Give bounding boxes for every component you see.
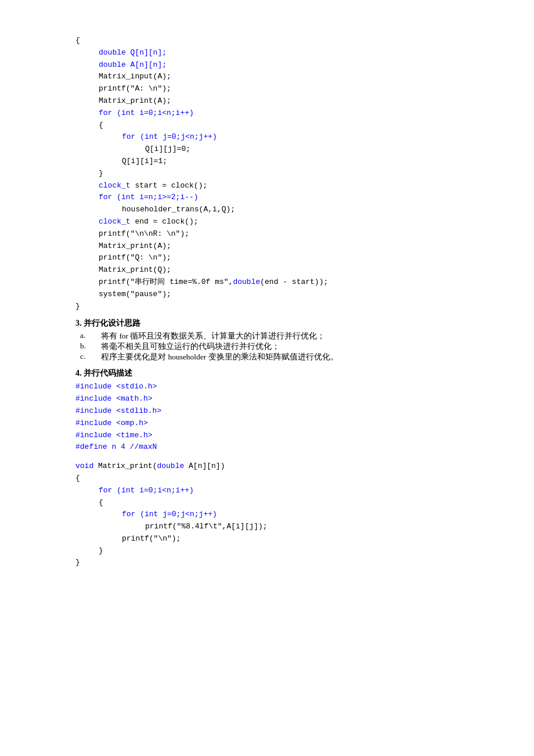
include-time: #include <time.h> bbox=[75, 430, 459, 442]
define-n: #define n 4 //maxN bbox=[75, 441, 459, 453]
section4: 4. 并行代码描述 #include <stdio.h> #include <m… bbox=[75, 368, 459, 453]
code-line-brace-close-main: } bbox=[75, 301, 459, 313]
spacer1 bbox=[75, 453, 459, 460]
code-line-double-q: double Q[n][n]; bbox=[75, 47, 459, 59]
code-brace-open: { bbox=[75, 473, 459, 485]
list-label-b: b. bbox=[80, 341, 94, 352]
code-line-matrix-print-a2: Matrix_print(A); bbox=[75, 240, 459, 253]
list-text-b: 将毫不相关且可独立运行的代码块进行并行优化； bbox=[101, 341, 280, 352]
code-line-qij0: Q[i][j]=0; bbox=[75, 143, 459, 156]
code-line-matrix-print-q: Matrix_print(Q); bbox=[75, 264, 459, 276]
section4-heading: 4. 并行代码描述 bbox=[75, 368, 459, 379]
code-line-matrix-input: Matrix_input(A); bbox=[75, 71, 459, 83]
list-text-c: 程序主要优化是对 householder 变换里的乘法和矩阵赋值进行优化。 bbox=[101, 352, 338, 362]
code-line-double-a: double A[n][n]; bbox=[75, 59, 459, 71]
include-math: #include <math.h> bbox=[75, 393, 459, 405]
code-line-for-j: for (int j=0;j<n;j++) bbox=[75, 131, 459, 143]
code-brace-close-b: } bbox=[75, 545, 459, 557]
code-line-system: system("pause"); bbox=[75, 289, 459, 301]
code-func-decl: void Matrix_print(double A[n][n]) bbox=[75, 460, 459, 473]
include-stdlib: #include <stdlib.h> bbox=[75, 405, 459, 417]
top-code-block: { double Q[n][n]; double A[n][n]; Matrix… bbox=[75, 35, 459, 312]
code-line-printf-time: printf("串行时间 time=%.0f ms",double(end - … bbox=[75, 276, 459, 289]
section3-heading: 3. 并行化设计思路 bbox=[75, 318, 459, 329]
code-line-printf-nr: printf("\n\nR: \n"); bbox=[75, 228, 459, 240]
include-lines: #include <stdio.h> #include <math.h> #in… bbox=[75, 381, 459, 453]
include-omp: #include <omp.h> bbox=[75, 417, 459, 430]
list-label-c: c. bbox=[80, 352, 94, 362]
code-line-printf-q: printf("Q: \n"); bbox=[75, 252, 459, 264]
code-for-j-bottom: for (int j=0;j<n;j++) bbox=[75, 509, 459, 521]
code-line-householder: householder_trans(A,i,Q); bbox=[75, 204, 459, 216]
section3-item-c: c. 程序主要优化是对 householder 变换里的乘法和矩阵赋值进行优化。 bbox=[80, 352, 459, 362]
code-line-qii1: Q[i][i]=1; bbox=[75, 156, 459, 168]
code-line-clock-end: clock_t end = clock(); bbox=[75, 216, 459, 228]
code-brace-open-b: { bbox=[75, 497, 459, 509]
code-for-i-bottom: for (int i=0;i<n;i++) bbox=[75, 485, 459, 497]
code-line-printf-a: printf("A: \n"); bbox=[75, 83, 459, 95]
code-line-clock-start: clock_t start = clock(); bbox=[75, 180, 459, 192]
code-printf-nl: printf("\n"); bbox=[75, 533, 459, 545]
code-printf-val: printf("%8.4lf\t",A[i][j]); bbox=[75, 521, 459, 533]
code-line-for-i: for (int i=0;i<n;i++) bbox=[75, 107, 459, 120]
code-line-brace-open: { bbox=[75, 35, 459, 47]
code-line-matrix-print-a: Matrix_print(A); bbox=[75, 95, 459, 107]
code-line-brace-open2: { bbox=[75, 120, 459, 132]
list-label-a: a. bbox=[80, 331, 94, 341]
bottom-code-block: void Matrix_print(double A[n][n]) { for … bbox=[75, 460, 459, 569]
code-line-brace-close2: } bbox=[75, 168, 459, 180]
section3-item-b: b. 将毫不相关且可独立运行的代码块进行并行优化； bbox=[80, 341, 459, 352]
code-line-for-i2: for (int i=n;i>=2;i--) bbox=[75, 192, 459, 204]
section3: 3. 并行化设计思路 a. 将有 for 循环且没有数据关系、计算量大的计算进行… bbox=[75, 318, 459, 362]
section3-item-a: a. 将有 for 循环且没有数据关系、计算量大的计算进行并行优化； bbox=[80, 331, 459, 341]
code-brace-close-func: } bbox=[75, 557, 459, 569]
list-text-a: 将有 for 循环且没有数据关系、计算量大的计算进行并行优化； bbox=[101, 331, 326, 341]
include-stdio: #include <stdio.h> bbox=[75, 381, 459, 393]
